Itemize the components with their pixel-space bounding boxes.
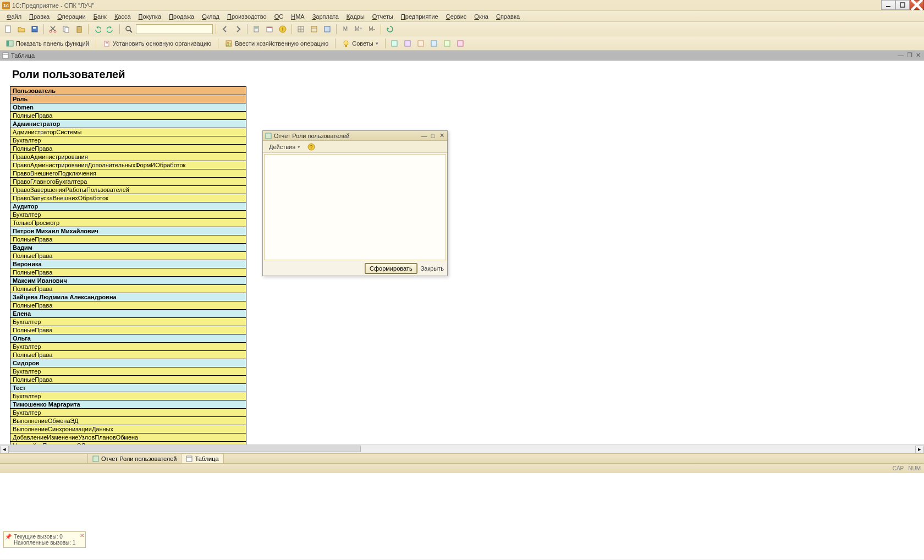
dialog-close-button[interactable]: ✕ bbox=[438, 133, 446, 139]
separator bbox=[292, 24, 292, 34]
report2-icon[interactable] bbox=[402, 38, 414, 49]
menu-item[interactable]: Предприятие bbox=[398, 12, 442, 21]
minimize-button[interactable] bbox=[881, 0, 895, 10]
copy-icon[interactable] bbox=[60, 24, 72, 35]
menu-item[interactable]: Банк bbox=[90, 12, 110, 21]
report5-icon[interactable] bbox=[441, 38, 453, 49]
window-title: 1С:Предприятие - СПК "ЛУЧ" bbox=[12, 2, 94, 9]
calc-icon[interactable] bbox=[250, 24, 262, 35]
save-icon[interactable] bbox=[29, 24, 41, 35]
svg-rect-29 bbox=[105, 41, 109, 46]
doc-close-button[interactable]: ✕ bbox=[915, 52, 922, 59]
redo-icon[interactable] bbox=[105, 24, 117, 35]
menu-item[interactable]: ОС bbox=[271, 12, 287, 21]
m-plus-icon[interactable]: M+ bbox=[353, 24, 365, 35]
table-header-role: Роль bbox=[10, 95, 246, 103]
status-num: NUM bbox=[908, 465, 921, 471]
dialog-actions-button[interactable]: Действия ▾ bbox=[265, 142, 304, 152]
run-report-button[interactable]: Сформировать bbox=[365, 263, 417, 274]
set-main-org-label: Установить основную организацию bbox=[113, 40, 212, 47]
menu-item[interactable]: Отчеты bbox=[369, 12, 397, 21]
scroll-track[interactable] bbox=[9, 446, 915, 453]
svg-rect-28 bbox=[7, 41, 9, 46]
report1-icon[interactable] bbox=[388, 38, 400, 49]
m-icon[interactable]: M bbox=[339, 24, 351, 35]
table-user-row: Зайцева Людмила Александровна bbox=[10, 293, 246, 301]
dialog-close-link[interactable]: Закрыть bbox=[421, 265, 444, 272]
grid-icon[interactable] bbox=[295, 24, 307, 35]
menu-item[interactable]: Склад bbox=[199, 12, 223, 21]
scroll-left-button[interactable]: ◂ bbox=[0, 446, 9, 453]
table-role-row: ТолькоПросмотр bbox=[10, 219, 246, 227]
dialog-minimize-button[interactable]: — bbox=[420, 133, 428, 139]
calls-placeholder-tab bbox=[0, 454, 88, 463]
table-icon[interactable] bbox=[308, 24, 320, 35]
show-panel-button[interactable]: Показать панель функций bbox=[2, 38, 93, 49]
menu-bar: ФайлПравкаОперацииБанкКассаПокупкаПродаж… bbox=[0, 11, 924, 22]
table-role-row: ВыполнениеОбменаЭД bbox=[10, 417, 246, 425]
svg-rect-10 bbox=[65, 28, 69, 32]
paste-icon[interactable] bbox=[73, 24, 85, 35]
accumulated-calls-label: Накопленные вызовы: 1 bbox=[14, 540, 75, 546]
dialog-button-bar: Сформировать Закрыть bbox=[263, 261, 447, 276]
help-icon[interactable]: i bbox=[277, 24, 289, 35]
menu-item[interactable]: Покупка bbox=[135, 12, 165, 21]
table-role-row: ВыполнениеСинхронизацииДанных bbox=[10, 425, 246, 433]
dialog-icon bbox=[265, 133, 272, 139]
report4-icon[interactable] bbox=[428, 38, 440, 49]
close-button[interactable] bbox=[910, 0, 924, 10]
menu-item[interactable]: Сервис bbox=[443, 12, 470, 21]
scroll-right-button[interactable]: ▸ bbox=[915, 446, 924, 453]
set-main-org-button[interactable]: Установить основную организацию bbox=[99, 38, 216, 49]
menu-item[interactable]: Операции bbox=[54, 12, 89, 21]
scroll-thumb[interactable] bbox=[9, 446, 361, 452]
table-role-row: ПравоАдминистрированияДополнительныхФорм… bbox=[10, 161, 246, 169]
nav-back-icon[interactable] bbox=[219, 24, 231, 35]
doc-minimize-button[interactable]: — bbox=[897, 52, 905, 59]
open-icon[interactable] bbox=[15, 24, 28, 35]
menu-item[interactable]: Касса bbox=[111, 12, 134, 21]
table-user-row: Obmen bbox=[10, 103, 246, 112]
svg-rect-6 bbox=[33, 27, 36, 29]
document-tab-label: Таблица bbox=[11, 52, 35, 59]
menu-item[interactable]: Окна bbox=[471, 12, 492, 21]
find-icon[interactable] bbox=[123, 24, 135, 35]
refresh-icon[interactable] bbox=[384, 24, 396, 35]
nav-fwd-icon[interactable] bbox=[232, 24, 244, 35]
table-role-row: ДобавлениеИзменениеУзловПлановОбмена bbox=[10, 433, 246, 442]
menu-item[interactable]: Продажа bbox=[166, 12, 197, 21]
report6-icon[interactable] bbox=[454, 38, 466, 49]
dialog-titlebar[interactable]: Отчет Роли пользователей — □ ✕ bbox=[263, 131, 447, 141]
report-dialog: Отчет Роли пользователей — □ ✕ Действия … bbox=[262, 130, 448, 276]
dialog-help-icon[interactable]: ? bbox=[306, 142, 316, 152]
menu-item[interactable]: Файл bbox=[3, 12, 25, 21]
table-role-row: ПолныеПрава bbox=[10, 301, 246, 310]
undo-icon[interactable] bbox=[91, 24, 103, 35]
dialog-maximize-button[interactable]: □ bbox=[429, 133, 437, 139]
new-doc-icon[interactable] bbox=[2, 24, 14, 35]
calendar-icon[interactable] bbox=[263, 24, 276, 35]
menu-item[interactable]: НМА bbox=[288, 12, 307, 21]
report3-icon[interactable] bbox=[415, 38, 427, 49]
form-icon[interactable] bbox=[321, 24, 333, 35]
search-input[interactable] bbox=[136, 24, 213, 34]
menu-item[interactable]: Зарплата bbox=[309, 12, 342, 21]
enter-op-button[interactable]: Дт Ввести хозяйственную операцию bbox=[221, 38, 332, 49]
doc-restore-button[interactable]: ❐ bbox=[906, 52, 914, 59]
menu-item[interactable]: Кадры bbox=[343, 12, 368, 21]
menu-item[interactable]: Справка bbox=[493, 12, 523, 21]
window-tab-table[interactable]: Таблица bbox=[182, 454, 223, 463]
cut-icon[interactable] bbox=[47, 24, 59, 35]
calls-close-button[interactable]: ✕ bbox=[80, 532, 84, 539]
m-minus-icon[interactable]: M- bbox=[366, 24, 378, 35]
table-role-row: ПолныеПрава bbox=[10, 351, 246, 359]
horizontal-scrollbar[interactable]: ◂ ▸ bbox=[0, 444, 924, 453]
tips-label: Советы bbox=[352, 40, 373, 47]
menu-item[interactable]: Правка bbox=[26, 12, 53, 21]
pin-icon[interactable]: 📌 bbox=[5, 534, 12, 540]
tips-button[interactable]: Советы ▾ bbox=[338, 38, 382, 49]
maximize-button[interactable] bbox=[895, 0, 910, 10]
window-tab-report[interactable]: Отчет Роли пользователей bbox=[88, 454, 182, 463]
menu-item[interactable]: Производство bbox=[224, 12, 270, 21]
table-role-row: Бухгалтер bbox=[10, 136, 246, 145]
